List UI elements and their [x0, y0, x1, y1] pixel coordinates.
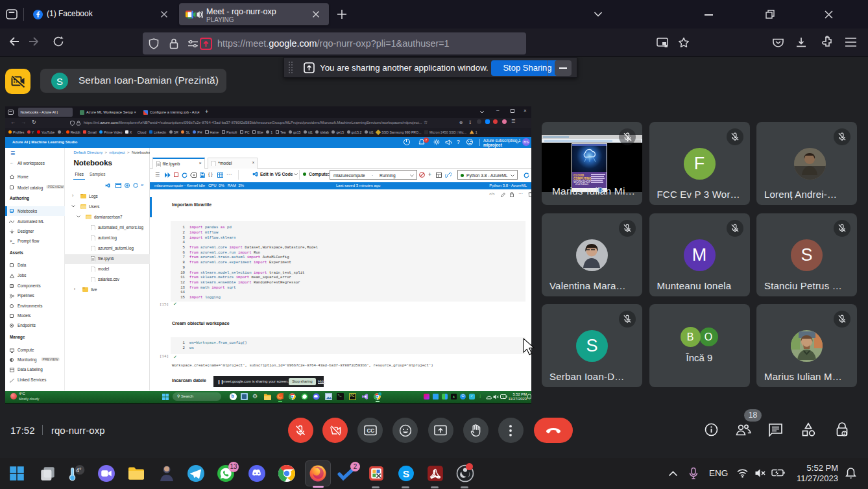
- svg-text:S: S: [403, 468, 409, 479]
- svg-text:4°: 4°: [76, 467, 81, 473]
- svg-text:CC: CC: [367, 428, 374, 434]
